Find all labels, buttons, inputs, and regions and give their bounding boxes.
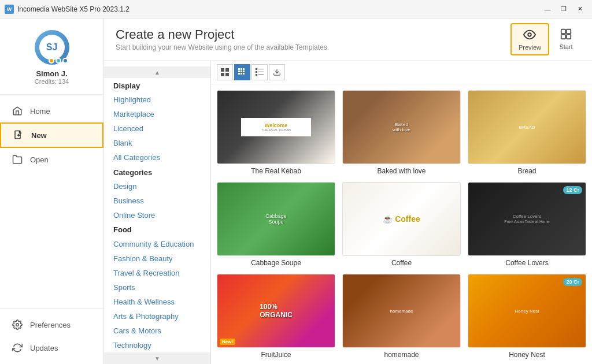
- template-name-baked: Baked with love: [342, 167, 461, 175]
- template-name-homemade: homemade: [342, 351, 461, 359]
- refresh-icon: [12, 342, 23, 354]
- template-thumb-bread: BREAD: [468, 90, 586, 164]
- svg-rect-20: [240, 73, 242, 75]
- svg-rect-8: [567, 35, 571, 39]
- template-card-coffee[interactable]: ☕ Coffee Coffee: [342, 182, 461, 267]
- svg-rect-23: [258, 69, 264, 69]
- filter-panel: ▲ Display Highlighted Marketplace Licenc…: [104, 61, 211, 364]
- filter-scroll-down[interactable]: ▼: [104, 352, 210, 364]
- file-new-icon: [13, 129, 24, 141]
- filter-community-education[interactable]: Community & Education: [104, 237, 210, 251]
- sidebar-item-new[interactable]: New: [0, 122, 103, 148]
- filter-blank[interactable]: Blank: [104, 136, 210, 150]
- template-thumb-baked: Bakedwith love: [342, 90, 461, 164]
- svg-rect-7: [561, 35, 565, 39]
- svg-rect-25: [258, 72, 264, 72]
- svg-rect-9: [221, 68, 224, 72]
- app-body: SJ Simon J. Credits: 134: [0, 18, 592, 364]
- nav-items: Home New: [0, 95, 103, 308]
- template-badge-honeynest: 20 Cr: [563, 278, 582, 286]
- template-name-coffeelovers: Coffee Lovers: [468, 259, 586, 267]
- categories-section-title: Categories: [104, 165, 210, 179]
- toolbar-buttons: Preview Start: [510, 23, 580, 55]
- template-card-coffeelovers[interactable]: Coffee LoversFrom Asian Taste at Home 12…: [468, 182, 586, 267]
- view-list[interactable]: [251, 64, 268, 80]
- sidebar-item-label-preferences: Preferences: [30, 321, 71, 329]
- filter-design[interactable]: Design: [104, 179, 210, 194]
- svg-rect-6: [567, 29, 571, 34]
- content-area: ▲ Display Highlighted Marketplace Licenc…: [104, 61, 592, 364]
- svg-point-3: [16, 324, 19, 326]
- filter-arts-photography[interactable]: Arts & Photography: [104, 309, 210, 324]
- filter-scroll-up[interactable]: ▲: [104, 66, 210, 78]
- template-card-real-kebab[interactable]: Welcome THE REAL KEBAB The Real Kebab: [217, 90, 335, 175]
- template-thumb-real-kebab: Welcome THE REAL KEBAB: [217, 90, 335, 164]
- page-subtitle: Start building your new Website using on…: [116, 43, 329, 51]
- title-bar-text: Incomedia WebSite X5 Pro 2023.1.2: [17, 5, 536, 13]
- template-thumb-coffee: ☕ Coffee: [342, 182, 461, 256]
- svg-rect-10: [225, 68, 229, 72]
- sidebar-item-label-open: Open: [30, 155, 49, 164]
- template-card-cabbage[interactable]: CabbageSoupe Cabbage Soupe: [217, 182, 335, 267]
- user-section: SJ Simon J. Credits: 134: [0, 18, 103, 95]
- avatar-badge-teal: [56, 58, 61, 64]
- sidebar-bottom: Preferences Updates: [0, 308, 103, 364]
- sidebar-item-updates[interactable]: Updates: [0, 336, 103, 359]
- svg-rect-19: [238, 73, 240, 75]
- filter-online-store[interactable]: Online Store: [104, 208, 210, 222]
- svg-rect-22: [256, 68, 257, 70]
- sidebar-item-home[interactable]: Home: [0, 99, 103, 122]
- page-title: Create a new Project: [116, 27, 329, 42]
- window-controls: — ❐ ✕: [540, 3, 587, 15]
- minimize-button[interactable]: —: [540, 3, 555, 15]
- folder-open-icon: [12, 154, 23, 165]
- filter-business[interactable]: Business: [104, 194, 210, 208]
- svg-point-4: [528, 33, 532, 36]
- template-card-baked[interactable]: Bakedwith love Baked with love: [342, 90, 461, 175]
- template-card-homemade[interactable]: homemade homemade: [342, 274, 461, 359]
- filter-food[interactable]: Food: [104, 222, 210, 237]
- filter-sports[interactable]: Sports: [104, 280, 210, 295]
- filter-health-wellness[interactable]: Health & Wellness: [104, 295, 210, 309]
- template-badge-coffeelovers: 12 Cr: [563, 186, 582, 194]
- svg-rect-18: [243, 70, 245, 72]
- preview-button[interactable]: Preview: [510, 23, 549, 55]
- close-button[interactable]: ✕: [572, 3, 587, 15]
- svg-rect-13: [238, 68, 240, 70]
- view-grid-medium[interactable]: [234, 64, 250, 80]
- sidebar-item-label-home: Home: [30, 107, 50, 116]
- svg-rect-11: [221, 73, 224, 76]
- filter-technology[interactable]: Technology: [104, 338, 210, 352]
- maximize-button[interactable]: ❐: [556, 3, 571, 15]
- filter-marketplace[interactable]: Marketplace: [104, 107, 210, 121]
- template-card-fruitjuice[interactable]: 100%ORGANIC New! FruitJuice: [217, 274, 335, 359]
- filter-highlighted[interactable]: Highlighted: [104, 92, 210, 107]
- sidebar-item-preferences[interactable]: Preferences: [0, 313, 103, 336]
- avatar-badge-blue: [62, 58, 68, 64]
- import-button[interactable]: [269, 64, 285, 80]
- filter-travel-recreation[interactable]: Travel & Recreation: [104, 266, 210, 280]
- svg-rect-27: [258, 75, 264, 75]
- template-name-real-kebab: The Real Kebab: [217, 167, 335, 175]
- credits-label: Credits: 134: [35, 78, 69, 85]
- sidebar-item-open[interactable]: Open: [0, 148, 103, 171]
- filter-fashion-beauty[interactable]: Fashion & Beauty: [104, 251, 210, 266]
- filter-licenced[interactable]: Licenced: [104, 121, 210, 136]
- svg-rect-16: [238, 70, 240, 72]
- view-grid-large[interactable]: [217, 64, 233, 80]
- view-toggles: [211, 61, 592, 84]
- svg-rect-17: [240, 70, 242, 72]
- start-button[interactable]: Start: [552, 23, 580, 55]
- eye-icon: [523, 28, 536, 42]
- filter-all-categories[interactable]: All Categories: [104, 150, 210, 165]
- avatar-badge-yellow: [49, 58, 54, 64]
- template-card-honeynest[interactable]: Honey Nest 20 Cr Honey Nest: [468, 274, 586, 359]
- svg-rect-15: [243, 68, 245, 70]
- template-name-cabbage: Cabbage Soupe: [217, 259, 335, 267]
- toolbar: Create a new Project Start building your…: [104, 18, 592, 61]
- template-thumb-homemade: homemade: [342, 274, 461, 348]
- template-card-bread[interactable]: BREAD Bread: [468, 90, 586, 175]
- main-content: Create a new Project Start building your…: [104, 18, 592, 364]
- filter-cars-motors[interactable]: Cars & Motors: [104, 324, 210, 338]
- home-icon: [12, 105, 23, 117]
